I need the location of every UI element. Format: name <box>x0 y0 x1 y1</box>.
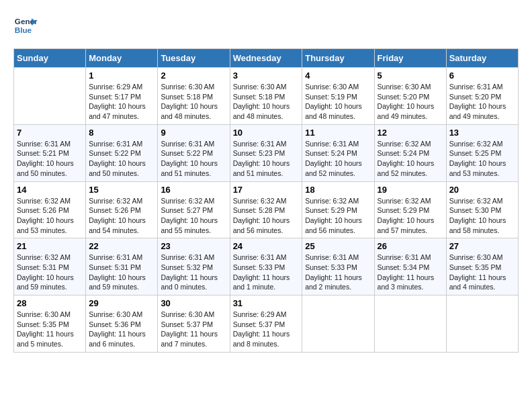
calendar-cell: 13Sunrise: 6:32 AMSunset: 5:25 PMDayligh… <box>446 124 518 181</box>
calendar-cell: 8Sunrise: 6:31 AMSunset: 5:22 PMDaylight… <box>86 124 158 181</box>
day-number: 26 <box>378 241 443 251</box>
cell-content: Sunrise: 6:31 AMSunset: 5:34 PMDaylight:… <box>378 253 443 292</box>
cell-content: Sunrise: 6:31 AMSunset: 5:33 PMDaylight:… <box>233 253 300 292</box>
column-header-saturday: Saturday <box>446 49 518 68</box>
calendar-cell: 23Sunrise: 6:31 AMSunset: 5:32 PMDayligh… <box>158 238 230 295</box>
day-number: 13 <box>449 128 515 138</box>
logo: General Blue <box>13 13 38 38</box>
calendar-cell: 28Sunrise: 6:30 AMSunset: 5:35 PMDayligh… <box>14 295 86 353</box>
calendar-cell: 19Sunrise: 6:32 AMSunset: 5:29 PMDayligh… <box>374 181 446 238</box>
cell-content: Sunrise: 6:32 AMSunset: 5:25 PMDaylight:… <box>449 139 515 179</box>
cell-content: Sunrise: 6:30 AMSunset: 5:35 PMDaylight:… <box>17 310 83 349</box>
calendar-cell: 3Sunrise: 6:30 AMSunset: 5:18 PMDaylight… <box>230 68 302 125</box>
calendar-cell: 18Sunrise: 6:32 AMSunset: 5:29 PMDayligh… <box>302 181 374 238</box>
day-number: 6 <box>449 71 515 81</box>
cell-content: Sunrise: 6:31 AMSunset: 5:21 PMDaylight:… <box>17 139 83 179</box>
column-header-friday: Friday <box>374 49 446 68</box>
day-number: 5 <box>378 71 443 81</box>
calendar-cell: 5Sunrise: 6:30 AMSunset: 5:20 PMDaylight… <box>374 68 446 125</box>
column-header-thursday: Thursday <box>302 49 374 68</box>
week-row-4: 21Sunrise: 6:32 AMSunset: 5:31 PMDayligh… <box>14 238 519 295</box>
cell-content: Sunrise: 6:32 AMSunset: 5:26 PMDaylight:… <box>89 196 154 236</box>
header-row: SundayMondayTuesdayWednesdayThursdayFrid… <box>14 49 519 68</box>
cell-content: Sunrise: 6:32 AMSunset: 5:30 PMDaylight:… <box>449 196 515 236</box>
day-number: 7 <box>17 128 83 138</box>
day-number: 2 <box>161 71 226 81</box>
calendar-cell: 26Sunrise: 6:31 AMSunset: 5:34 PMDayligh… <box>374 238 446 295</box>
calendar-cell: 12Sunrise: 6:32 AMSunset: 5:24 PMDayligh… <box>374 124 446 181</box>
day-number: 25 <box>305 241 371 251</box>
calendar-cell: 27Sunrise: 6:30 AMSunset: 5:35 PMDayligh… <box>446 238 518 295</box>
day-number: 18 <box>305 185 371 195</box>
calendar-cell: 30Sunrise: 6:30 AMSunset: 5:37 PMDayligh… <box>158 295 230 353</box>
day-number: 31 <box>233 298 300 308</box>
cell-content: Sunrise: 6:32 AMSunset: 5:24 PMDaylight:… <box>378 139 443 179</box>
calendar-cell: 31Sunrise: 6:29 AMSunset: 5:37 PMDayligh… <box>230 295 302 353</box>
day-number: 10 <box>233 128 300 138</box>
day-number: 24 <box>233 241 300 251</box>
column-header-monday: Monday <box>86 49 158 68</box>
cell-content: Sunrise: 6:30 AMSunset: 5:36 PMDaylight:… <box>89 310 154 349</box>
cell-content: Sunrise: 6:30 AMSunset: 5:18 PMDaylight:… <box>233 82 300 122</box>
page-header: General Blue <box>13 13 519 38</box>
calendar-table: SundayMondayTuesdayWednesdayThursdayFrid… <box>13 48 519 353</box>
day-number: 19 <box>378 185 443 195</box>
day-number: 15 <box>89 185 154 195</box>
calendar-cell: 2Sunrise: 6:30 AMSunset: 5:18 PMDaylight… <box>158 68 230 125</box>
day-number: 12 <box>378 128 443 138</box>
calendar-cell: 6Sunrise: 6:31 AMSunset: 5:20 PMDaylight… <box>446 68 518 125</box>
calendar-cell: 25Sunrise: 6:31 AMSunset: 5:33 PMDayligh… <box>302 238 374 295</box>
week-row-1: 1Sunrise: 6:29 AMSunset: 5:17 PMDaylight… <box>14 68 519 125</box>
cell-content: Sunrise: 6:32 AMSunset: 5:28 PMDaylight:… <box>233 196 300 236</box>
cell-content: Sunrise: 6:31 AMSunset: 5:20 PMDaylight:… <box>449 82 515 122</box>
calendar-cell <box>14 68 86 125</box>
cell-content: Sunrise: 6:32 AMSunset: 5:31 PMDaylight:… <box>17 253 83 292</box>
calendar-cell: 22Sunrise: 6:31 AMSunset: 5:31 PMDayligh… <box>86 238 158 295</box>
day-number: 27 <box>449 241 515 251</box>
day-number: 28 <box>17 298 83 308</box>
calendar-cell: 17Sunrise: 6:32 AMSunset: 5:28 PMDayligh… <box>230 181 302 238</box>
day-number: 16 <box>161 185 226 195</box>
calendar-cell: 9Sunrise: 6:31 AMSunset: 5:22 PMDaylight… <box>158 124 230 181</box>
cell-content: Sunrise: 6:31 AMSunset: 5:23 PMDaylight:… <box>233 139 300 179</box>
cell-content: Sunrise: 6:31 AMSunset: 5:33 PMDaylight:… <box>305 253 371 292</box>
cell-content: Sunrise: 6:30 AMSunset: 5:35 PMDaylight:… <box>449 253 515 292</box>
day-number: 22 <box>89 241 154 251</box>
calendar-cell <box>302 295 374 353</box>
calendar-cell: 11Sunrise: 6:31 AMSunset: 5:24 PMDayligh… <box>302 124 374 181</box>
calendar-cell: 7Sunrise: 6:31 AMSunset: 5:21 PMDaylight… <box>14 124 86 181</box>
day-number: 20 <box>449 185 515 195</box>
cell-content: Sunrise: 6:31 AMSunset: 5:22 PMDaylight:… <box>161 139 226 179</box>
day-number: 14 <box>17 185 83 195</box>
day-number: 3 <box>233 71 300 81</box>
cell-content: Sunrise: 6:32 AMSunset: 5:26 PMDaylight:… <box>17 196 83 236</box>
day-number: 23 <box>161 241 226 251</box>
cell-content: Sunrise: 6:29 AMSunset: 5:17 PMDaylight:… <box>89 82 154 122</box>
calendar-cell: 20Sunrise: 6:32 AMSunset: 5:30 PMDayligh… <box>446 181 518 238</box>
cell-content: Sunrise: 6:32 AMSunset: 5:27 PMDaylight:… <box>161 196 226 236</box>
calendar-cell: 24Sunrise: 6:31 AMSunset: 5:33 PMDayligh… <box>230 238 302 295</box>
calendar-cell <box>374 295 446 353</box>
calendar-cell: 14Sunrise: 6:32 AMSunset: 5:26 PMDayligh… <box>14 181 86 238</box>
day-number: 9 <box>161 128 226 138</box>
logo-icon: General Blue <box>13 13 38 38</box>
column-header-tuesday: Tuesday <box>158 49 230 68</box>
calendar-cell: 21Sunrise: 6:32 AMSunset: 5:31 PMDayligh… <box>14 238 86 295</box>
day-number: 30 <box>161 298 226 308</box>
svg-text:Blue: Blue <box>15 26 32 34</box>
day-number: 29 <box>89 298 154 308</box>
cell-content: Sunrise: 6:30 AMSunset: 5:37 PMDaylight:… <box>161 310 226 349</box>
calendar-cell <box>446 295 518 353</box>
cell-content: Sunrise: 6:31 AMSunset: 5:24 PMDaylight:… <box>305 139 371 179</box>
calendar-cell: 15Sunrise: 6:32 AMSunset: 5:26 PMDayligh… <box>86 181 158 238</box>
week-row-3: 14Sunrise: 6:32 AMSunset: 5:26 PMDayligh… <box>14 181 519 238</box>
day-number: 17 <box>233 185 300 195</box>
week-row-2: 7Sunrise: 6:31 AMSunset: 5:21 PMDaylight… <box>14 124 519 181</box>
day-number: 1 <box>89 71 154 81</box>
cell-content: Sunrise: 6:31 AMSunset: 5:31 PMDaylight:… <box>89 253 154 292</box>
cell-content: Sunrise: 6:30 AMSunset: 5:20 PMDaylight:… <box>378 82 443 122</box>
day-number: 8 <box>89 128 154 138</box>
column-header-sunday: Sunday <box>14 49 86 68</box>
cell-content: Sunrise: 6:29 AMSunset: 5:37 PMDaylight:… <box>233 310 300 349</box>
calendar-cell: 10Sunrise: 6:31 AMSunset: 5:23 PMDayligh… <box>230 124 302 181</box>
